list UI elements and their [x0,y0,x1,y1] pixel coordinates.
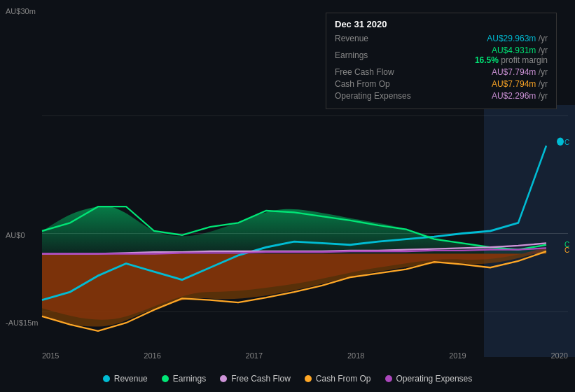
legend-label-opex: Operating Expenses [396,374,473,384]
revenue-right-label: C [564,137,569,146]
profit-margin: 16.5% profit margin [475,55,548,65]
chart-svg: C C C [0,105,575,357]
opex-row: Operating Expenses AU$2.296m /yr [335,91,548,101]
cashfromop-label: Cash From Op [335,79,419,89]
legend-dot-cashfromop [305,375,312,382]
revenue-label: Revenue [335,34,419,43]
cashfromop-row: Cash From Op AU$7.794m /yr [335,79,548,89]
fcf-label: Free Cash Flow [335,67,419,77]
cashop-right-label: C [564,246,569,255]
revenue-row: Revenue AU$29.963m /yr [335,34,548,43]
legend-label-cashfromop: Cash From Op [316,374,371,384]
revenue-value: AU$29.963m /yr [487,34,548,43]
legend-label-fcf: Free Cash Flow [231,374,291,384]
x-label-2016: 2016 [144,351,160,360]
legend-dot-revenue [103,375,110,382]
fcf-row: Free Cash Flow AU$7.794m /yr [335,67,548,77]
earnings-area [42,206,546,254]
legend-fcf[interactable]: Free Cash Flow [220,374,291,384]
x-labels: 2015 2016 2017 2018 2019 2020 [42,351,568,360]
x-label-2019: 2019 [449,351,466,360]
cashfromop-value: AU$7.794m /yr [492,79,548,89]
x-label-2017: 2017 [246,351,263,360]
legend-revenue[interactable]: Revenue [103,374,148,384]
legend-dot-opex [385,375,392,382]
x-label-2015: 2015 [42,351,59,360]
earnings-label: Earnings [335,50,419,60]
info-box: Dec 31 2020 Revenue AU$29.963m /yr Earni… [326,13,557,109]
fcf-value: AU$7.794m /yr [492,67,548,77]
legend-dot-earnings [162,375,169,382]
chart-area: C C C [0,105,575,357]
legend-opex[interactable]: Operating Expenses [385,374,473,384]
revenue-dot [557,137,564,146]
cashfromop-area [42,250,546,327]
earnings-value: AU$4.931m /yr [475,46,548,55]
legend-cashfromop[interactable]: Cash From Op [305,374,371,384]
legend-label-revenue: Revenue [114,374,148,384]
y-label-top: AU$30m [6,7,36,15]
info-box-title: Dec 31 2020 [335,19,548,29]
x-label-2018: 2018 [347,351,364,360]
opex-value: AU$2.296m /yr [492,91,548,101]
opex-label: Operating Expenses [335,91,419,101]
legend-earnings[interactable]: Earnings [162,374,206,384]
legend-label-earnings: Earnings [173,374,206,384]
x-label-2020: 2020 [550,351,567,360]
legend: Revenue Earnings Free Cash Flow Cash Fro… [0,374,575,384]
legend-dot-fcf [220,375,227,382]
earnings-row: Earnings AU$4.931m /yr 16.5% profit marg… [335,46,548,65]
